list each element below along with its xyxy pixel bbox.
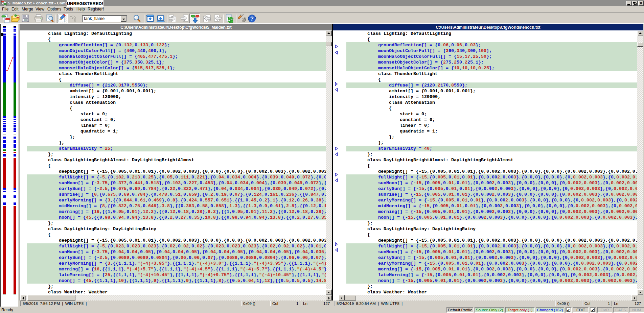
svg-text:?: ? bbox=[250, 16, 254, 22]
